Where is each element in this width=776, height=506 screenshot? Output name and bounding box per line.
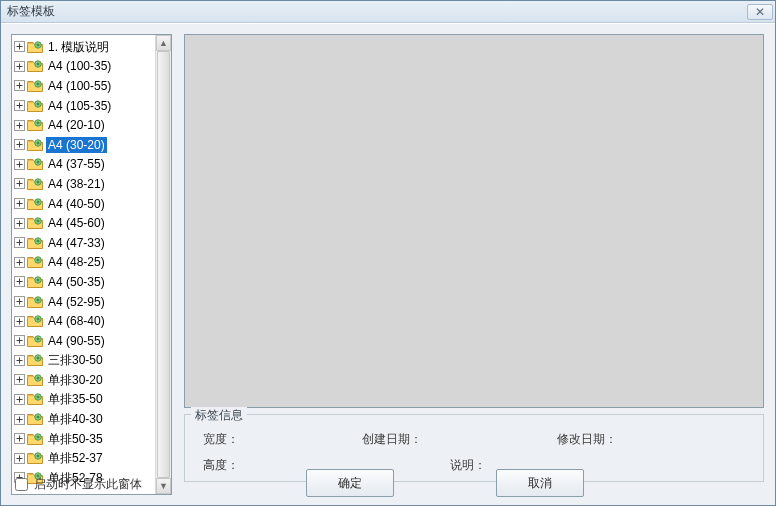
tree-node[interactable]: 单排40-30 <box>14 409 155 429</box>
tree-node-label: 单排35-50 <box>46 391 105 407</box>
tree-node-label: A4 (30-20) <box>46 137 107 153</box>
startup-hide-checkbox[interactable]: 启动时不显示此窗体 <box>15 476 142 493</box>
scroll-up-button[interactable]: ▲ <box>156 35 171 51</box>
cancel-button[interactable]: 取消 <box>496 469 584 497</box>
expand-icon[interactable] <box>14 237 25 248</box>
label-info-legend: 标签信息 <box>191 407 247 424</box>
folder-icon <box>27 451 43 465</box>
tree-node[interactable]: A4 (30-20) <box>14 135 155 155</box>
tree-node-label: A4 (38-21) <box>46 176 107 192</box>
expand-icon[interactable] <box>14 120 25 131</box>
expand-icon[interactable] <box>14 296 25 307</box>
expand-icon[interactable] <box>14 100 25 111</box>
tree-node-label: A4 (47-33) <box>46 235 107 251</box>
tree-node-label: A4 (68-40) <box>46 313 107 329</box>
tree-node-label: A4 (20-10) <box>46 117 107 133</box>
folder-icon <box>27 197 43 211</box>
folder-icon <box>27 40 43 54</box>
info-row-1: 宽度： 创建日期： 修改日期： <box>203 429 753 449</box>
expand-icon[interactable] <box>14 374 25 385</box>
tree-node[interactable]: A4 (48-25) <box>14 253 155 273</box>
tree-node[interactable]: A4 (20-10) <box>14 115 155 135</box>
tree-node[interactable]: A4 (52-95) <box>14 292 155 312</box>
folder-icon <box>27 392 43 406</box>
title-bar: 标签模板 ✕ <box>1 1 775 23</box>
tree-node[interactable]: A4 (50-35) <box>14 272 155 292</box>
tree-node[interactable]: 单排30-20 <box>14 370 155 390</box>
tree-node[interactable]: 单排52-37 <box>14 448 155 468</box>
width-label: 宽度： <box>203 431 282 448</box>
expand-icon[interactable] <box>14 335 25 346</box>
expand-icon[interactable] <box>14 316 25 327</box>
folder-icon <box>27 99 43 113</box>
tree-node-label: 单排50-35 <box>46 431 105 447</box>
expand-icon[interactable] <box>14 218 25 229</box>
folder-icon <box>27 118 43 132</box>
folder-icon <box>27 334 43 348</box>
folder-icon <box>27 236 43 250</box>
scroll-track[interactable] <box>156 51 171 478</box>
scroll-thumb[interactable] <box>157 51 170 478</box>
folder-icon <box>27 255 43 269</box>
expand-icon[interactable] <box>14 159 25 170</box>
tree-node-label: A4 (37-55) <box>46 156 107 172</box>
expand-icon[interactable] <box>14 355 25 366</box>
expand-icon[interactable] <box>14 80 25 91</box>
expand-icon[interactable] <box>14 198 25 209</box>
expand-icon[interactable] <box>14 414 25 425</box>
tree-node-label: A4 (105-35) <box>46 98 113 114</box>
folder-icon <box>27 216 43 230</box>
tree-node[interactable]: 单排50-35 <box>14 429 155 449</box>
folder-icon <box>27 138 43 152</box>
tree-node-label: 三排30-50 <box>46 352 105 368</box>
template-tree[interactable]: 1. 模版说明A4 (100-35)A4 (100-55)A4 (105-35)… <box>12 35 155 494</box>
folder-icon <box>27 314 43 328</box>
tree-node-label: A4 (100-55) <box>46 78 113 94</box>
tree-node[interactable]: A4 (37-55) <box>14 155 155 175</box>
tree-node-label: A4 (45-60) <box>46 215 107 231</box>
tree-node[interactable]: A4 (45-60) <box>14 213 155 233</box>
folder-icon <box>27 432 43 446</box>
tree-node[interactable]: A4 (105-35) <box>14 96 155 116</box>
tree-scrollbar[interactable]: ▲ ▼ <box>155 35 171 494</box>
expand-icon[interactable] <box>14 394 25 405</box>
expand-icon[interactable] <box>14 139 25 150</box>
expand-icon[interactable] <box>14 276 25 287</box>
tree-node-label: A4 (50-35) <box>46 274 107 290</box>
folder-icon <box>27 275 43 289</box>
tree-node[interactable]: A4 (38-21) <box>14 174 155 194</box>
expand-icon[interactable] <box>14 257 25 268</box>
tree-node[interactable]: 单排35-50 <box>14 390 155 410</box>
expand-icon[interactable] <box>14 433 25 444</box>
tree-node[interactable]: A4 (68-40) <box>14 311 155 331</box>
tree-node-label: 单排40-30 <box>46 411 105 427</box>
info-row-2: 高度： 说明： <box>203 455 753 475</box>
tree-node-label: A4 (40-50) <box>46 196 107 212</box>
tree-node-label: A4 (90-55) <box>46 333 107 349</box>
startup-hide-checkbox-input[interactable] <box>15 478 28 491</box>
tree-node-label: A4 (52-95) <box>46 294 107 310</box>
folder-icon <box>27 177 43 191</box>
tree-node[interactable]: A4 (90-55) <box>14 331 155 351</box>
close-button[interactable]: ✕ <box>747 4 773 20</box>
dialog-body: 1. 模版说明A4 (100-35)A4 (100-55)A4 (105-35)… <box>1 23 775 505</box>
expand-icon[interactable] <box>14 41 25 52</box>
template-tree-panel: 1. 模版说明A4 (100-35)A4 (100-55)A4 (105-35)… <box>11 34 172 495</box>
tree-node[interactable]: A4 (47-33) <box>14 233 155 253</box>
scroll-down-button[interactable]: ▼ <box>156 478 171 494</box>
tree-node[interactable]: 1. 模版说明 <box>14 37 155 57</box>
expand-icon[interactable] <box>14 178 25 189</box>
expand-icon[interactable] <box>14 453 25 464</box>
ok-button[interactable]: 确定 <box>306 469 394 497</box>
tree-node[interactable]: 三排30-50 <box>14 351 155 371</box>
window-title: 标签模板 <box>7 3 747 20</box>
tree-node[interactable]: A4 (40-50) <box>14 194 155 214</box>
tree-node[interactable]: A4 (100-55) <box>14 76 155 96</box>
tree-node[interactable]: A4 (100-35) <box>14 57 155 77</box>
dialog-window: 标签模板 ✕ 1. 模版说明A4 (100-35)A4 (100-55)A4 (… <box>0 0 776 506</box>
folder-icon <box>27 353 43 367</box>
startup-hide-checkbox-label: 启动时不显示此窗体 <box>34 476 142 493</box>
folder-icon <box>27 295 43 309</box>
folder-icon <box>27 79 43 93</box>
expand-icon[interactable] <box>14 61 25 72</box>
